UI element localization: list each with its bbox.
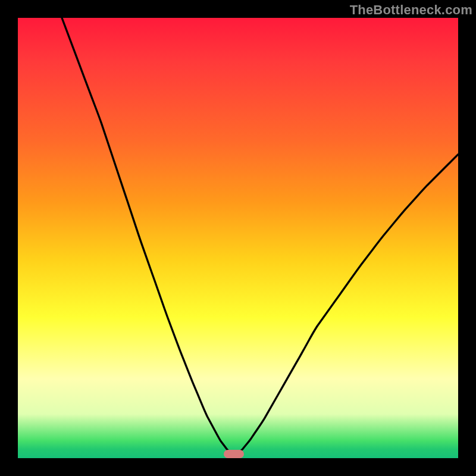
chart-frame: TheBottleneck.com [0, 0, 476, 476]
plot-area [18, 18, 458, 458]
optimal-marker [224, 450, 244, 458]
bottleneck-curve [18, 18, 458, 458]
watermark-text: TheBottleneck.com [350, 2, 472, 18]
curve-path [62, 18, 458, 454]
